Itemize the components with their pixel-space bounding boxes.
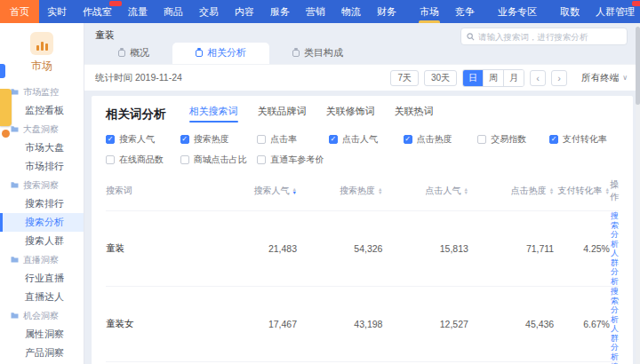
- panel-tab-相关搜索词[interactable]: 相关搜索词: [189, 105, 238, 123]
- tab-board-icon: [196, 50, 203, 57]
- sidebar-section-大盘洞察[interactable]: 大盘洞察: [0, 120, 84, 138]
- sidebar-section-市场监控[interactable]: 市场监控: [0, 83, 84, 101]
- metric-checkbox-点击热度[interactable]: ✓点击热度: [404, 133, 478, 146]
- sort-carets-icon[interactable]: ▲▼: [292, 187, 297, 194]
- nav-item-内容[interactable]: 内容: [227, 0, 262, 23]
- nav-item-营销[interactable]: 营销: [298, 0, 333, 23]
- nav-item-商品[interactable]: 商品: [156, 0, 191, 23]
- metric-checkbox-直通车参考价[interactable]: 直通车参考价: [257, 154, 329, 166]
- granularity-周[interactable]: 周: [483, 70, 503, 86]
- sidebar-item-搜索排行[interactable]: 搜索排行: [0, 194, 84, 213]
- metric-checkbox-点击人气[interactable]: ✓点击人气: [329, 133, 404, 146]
- cell-click_heat: 45,436: [468, 287, 554, 362]
- panel-head: 相关词分析 相关搜索词关联品牌词关联修饰词关联热词: [106, 105, 619, 123]
- sidebar-item-行业直播[interactable]: 行业直播: [0, 269, 84, 288]
- metric-checkbox-交易指数[interactable]: 交易指数: [477, 133, 549, 146]
- market-module-icon: [30, 32, 53, 55]
- sidebar-item-市场排行[interactable]: 市场排行: [0, 157, 84, 176]
- sidebar-module-label: 市场: [0, 59, 84, 74]
- float-badge-blue[interactable]: [0, 64, 5, 78]
- metric-checkbox-点击率[interactable]: 点击率: [257, 133, 329, 146]
- cell-keyword[interactable]: 童装: [106, 211, 212, 287]
- float-badge-yellow[interactable]: [0, 89, 12, 126]
- nav-item-业务专区[interactable]: 业务专区: [490, 0, 545, 23]
- nav-item-流量[interactable]: 流量: [120, 0, 156, 23]
- sidebar-section-搜索洞察[interactable]: 搜索洞察: [0, 176, 84, 194]
- nav-item-作战室[interactable]: 作战室: [75, 0, 120, 23]
- actions-cell: 搜索分析人群分析: [610, 211, 619, 287]
- column-header-点击热度[interactable]: 点击热度▲▼: [468, 175, 554, 211]
- sidebar-item-监控看板[interactable]: 监控看板: [0, 101, 84, 120]
- crowd-analysis-link[interactable]: 人群分析: [610, 324, 619, 361]
- metric-label: 搜索人气: [119, 133, 155, 146]
- next-page-button[interactable]: ›: [551, 70, 567, 86]
- column-header-搜索热度[interactable]: 搜索热度▲▼: [297, 175, 382, 211]
- panel-tab-关联修饰词[interactable]: 关联修饰词: [326, 105, 375, 123]
- nav-item-取数[interactable]: 取数: [552, 0, 588, 23]
- metric-checkbox-商城点击占比[interactable]: 商城点击占比: [180, 154, 258, 166]
- tab-类目构成[interactable]: 类目构成: [269, 43, 366, 64]
- sidebar-item-市场大盘[interactable]: 市场大盘: [0, 138, 84, 157]
- scrollbar-thumb[interactable]: [636, 27, 640, 105]
- metric-checkbox-搜索人气[interactable]: ✓搜索人气: [106, 133, 180, 146]
- sidebar-item-搜索分析[interactable]: 搜索分析: [0, 213, 84, 232]
- sidebar-section-机会洞察[interactable]: 机会洞察: [0, 306, 84, 325]
- prev-page-button[interactable]: ‹: [530, 70, 546, 86]
- sidebar: 市场 市场监控监控看板大盘洞察市场大盘市场排行搜索洞察搜索排行搜索分析搜索人群直…: [0, 23, 84, 364]
- nav-item-交易[interactable]: 交易: [191, 0, 227, 23]
- sidebar-item-产品洞察[interactable]: 产品洞察: [0, 344, 84, 362]
- range-button-30天[interactable]: 30天: [424, 70, 457, 86]
- sidebar-section-label: 机会洞察: [23, 310, 59, 322]
- column-header-搜索人气[interactable]: 搜索人气▲▼: [212, 175, 297, 211]
- column-header-点击人气[interactable]: 点击人气▲▼: [382, 175, 468, 211]
- tab-board-icon: [292, 50, 300, 57]
- search-input[interactable]: [478, 32, 621, 42]
- tab-概况[interactable]: 概况: [95, 43, 172, 64]
- terminal-filter-dropdown[interactable]: 所有终端 ∨: [581, 72, 628, 84]
- granularity-月[interactable]: 月: [503, 70, 524, 86]
- panel-tabs: 相关搜索词关联品牌词关联修饰词关联热词: [189, 105, 434, 123]
- sort-carets-icon[interactable]: ▲▼: [549, 187, 554, 194]
- nav-item-服务[interactable]: 服务: [262, 0, 298, 23]
- date-controls: 7天30天 日周月 ‹ › 所有终端 ∨: [390, 69, 628, 87]
- sort-carets-icon[interactable]: ▲▼: [463, 187, 468, 194]
- sidebar-item-属性洞察[interactable]: 属性洞察: [0, 325, 84, 344]
- scrollbar-track[interactable]: [636, 23, 640, 364]
- sort-desc-icon: ▼: [292, 191, 297, 194]
- float-badge-orange-dot[interactable]: [2, 130, 10, 138]
- sort-carets-icon[interactable]: ▲▼: [378, 187, 382, 194]
- range-button-7天[interactable]: 7天: [390, 70, 419, 86]
- sidebar-item-搜索人群[interactable]: 搜索人群: [0, 232, 84, 250]
- column-header-支付转化率[interactable]: 支付转化率▲▼: [554, 175, 610, 211]
- sidebar-item-直播达人[interactable]: 直播达人: [0, 288, 84, 306]
- tab-相关分析[interactable]: 相关分析: [172, 43, 269, 64]
- related-words-table: 搜索词搜索人气▲▼搜索热度▲▼点击人气▲▼点击热度▲▼支付转化率▲▼操作 童装2…: [106, 175, 619, 364]
- nav-item-人群管理[interactable]: 人群管理: [588, 0, 640, 23]
- metric-checkbox-在线商品数[interactable]: 在线商品数: [106, 154, 180, 166]
- cell-search_heat: 54,326: [297, 211, 382, 287]
- metric-checkbox-支付转化率[interactable]: ✓支付转化率: [549, 133, 619, 146]
- nav-item-市场[interactable]: 市场: [412, 0, 447, 23]
- column-header-搜索词: 搜索词: [106, 175, 212, 211]
- nav-item-竞争[interactable]: 竞争: [447, 0, 483, 23]
- granularity-segment: 日周月: [462, 69, 524, 87]
- metric-filters: ✓搜索人气✓搜索热度点击率✓点击人气✓点击热度交易指数✓支付转化率在线商品数商城…: [106, 133, 619, 166]
- panel-tab-关联热词[interactable]: 关联热词: [395, 105, 434, 123]
- keyword-search-box: [460, 28, 628, 45]
- search-analysis-link[interactable]: 搜索分析: [610, 211, 619, 249]
- panel-tab-关联品牌词[interactable]: 关联品牌词: [258, 105, 307, 123]
- nav-item-实时[interactable]: 实时: [39, 0, 75, 23]
- search-analysis-link[interactable]: 搜索分析: [610, 287, 619, 324]
- checkbox-icon: [477, 135, 486, 144]
- sidebar-section-直播洞察[interactable]: 直播洞察: [0, 250, 84, 269]
- granularity-日[interactable]: 日: [463, 70, 483, 86]
- new-badge: [632, 1, 640, 6]
- nav-item-首页[interactable]: 首页: [0, 0, 39, 23]
- nav-item-财务[interactable]: 财务: [369, 0, 404, 23]
- cell-pay_conversion: 4.25%: [554, 211, 610, 287]
- cell-keyword[interactable]: 童装女: [106, 287, 212, 362]
- related-words-card: 相关词分析 相关搜索词关联品牌词关联修饰词关联热词 ✓搜索人气✓搜索热度点击率✓…: [92, 96, 633, 364]
- metric-checkbox-搜索热度[interactable]: ✓搜索热度: [180, 133, 258, 146]
- nav-item-物流[interactable]: 物流: [333, 0, 369, 23]
- crowd-analysis-link[interactable]: 人群分析: [610, 249, 619, 286]
